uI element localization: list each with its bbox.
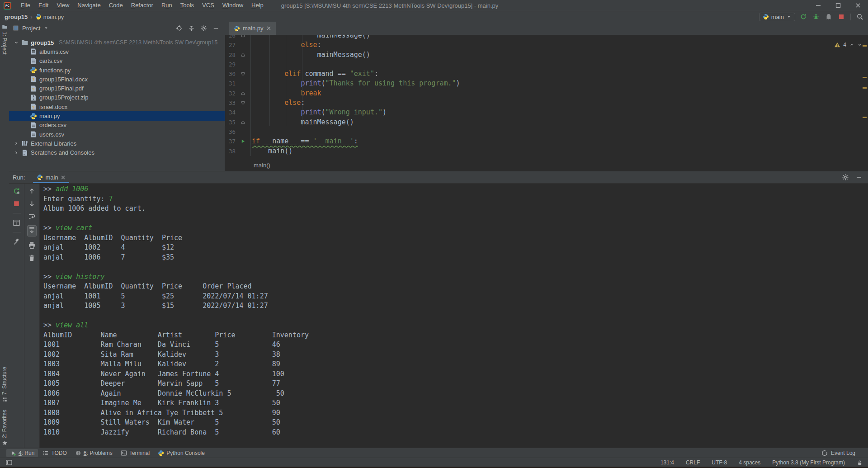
status-item[interactable]: 131:4: [660, 459, 674, 466]
stripe-button-2-favorites[interactable]: 2: Favorites: [1, 410, 8, 446]
menu-item-vcs[interactable]: VCS: [198, 0, 218, 11]
fold-marker-icon[interactable]: [236, 98, 250, 108]
code-area[interactable]: 26 mainMessage()27 else:28 mainMessage()…: [225, 35, 868, 159]
tree-node-external-libraries[interactable]: External Libraries: [9, 139, 225, 148]
debug-icon[interactable]: [812, 13, 820, 20]
toolwindow-button-terminal[interactable]: Terminal: [117, 449, 153, 457]
tree-item-israel.docx[interactable]: ?israel.docx: [9, 102, 225, 111]
status-item[interactable]: Python 3.8 (My First Program): [772, 459, 845, 466]
toolwindow-button-todo[interactable]: TODO: [39, 449, 70, 457]
gutter[interactable]: [236, 60, 250, 69]
run-configuration-select[interactable]: main: [759, 13, 795, 21]
minimize-window-icon[interactable]: [808, 0, 828, 11]
menu-item-navigate[interactable]: Navigate: [73, 0, 104, 11]
wrap-icon[interactable]: [28, 213, 36, 220]
tree-item-albums.csv[interactable]: albums.csv: [9, 47, 225, 56]
scrollend-icon[interactable]: [28, 226, 36, 234]
stripe-button-7-structure[interactable]: 7: Structure: [1, 367, 8, 402]
gutter[interactable]: [236, 40, 250, 50]
tree-item-group15Final.pdf[interactable]: ?group15Final.pdf: [9, 84, 225, 93]
tree-item-users.csv[interactable]: users.csv: [9, 130, 225, 139]
close-tab-icon[interactable]: [61, 175, 66, 180]
menu-item-file[interactable]: File: [17, 0, 34, 11]
gutter[interactable]: [236, 127, 250, 137]
close-tab-icon[interactable]: [266, 26, 271, 31]
tree-item-carts.csv[interactable]: carts.csv: [9, 57, 225, 66]
scroll-to-end-toggle[interactable]: [27, 225, 37, 236]
line-number[interactable]: 38: [225, 147, 236, 156]
collapse-icon[interactable]: [188, 25, 195, 32]
menu-item-help[interactable]: Help: [247, 0, 268, 11]
fold-marker-icon[interactable]: [236, 35, 250, 40]
search-icon[interactable]: [856, 13, 863, 20]
line-number[interactable]: 31: [225, 79, 236, 88]
close-window-icon[interactable]: [848, 0, 868, 11]
line-number[interactable]: 36: [225, 127, 236, 137]
menu-item-code[interactable]: Code: [105, 0, 127, 11]
menu-item-run[interactable]: Run: [157, 0, 176, 11]
status-item[interactable]: 4 spaces: [739, 459, 760, 466]
minimize-icon[interactable]: [212, 25, 219, 32]
layout-icon[interactable]: [13, 219, 20, 227]
hide-panel-icon[interactable]: [855, 174, 863, 181]
menu-item-view[interactable]: View: [52, 0, 73, 11]
line-number[interactable]: 33: [225, 98, 236, 108]
line-number[interactable]: 37: [225, 137, 236, 146]
menu-item-refactor[interactable]: Refactor: [127, 0, 157, 11]
line-number[interactable]: 35: [225, 118, 236, 127]
rerun2-icon[interactable]: [800, 13, 807, 20]
down-icon[interactable]: [28, 200, 36, 208]
line-number[interactable]: 34: [225, 108, 236, 117]
breadcrumb-file[interactable]: main.py: [43, 14, 64, 20]
gear-icon[interactable]: [842, 174, 849, 181]
line-number[interactable]: 29: [225, 60, 236, 69]
run-tab-main[interactable]: main: [33, 171, 69, 183]
toolwindow-button-python-console[interactable]: Python Console: [154, 449, 208, 457]
stop-icon[interactable]: [838, 13, 845, 20]
coverage-icon[interactable]: [825, 13, 832, 20]
pin-icon[interactable]: [13, 238, 20, 246]
gear-icon[interactable]: [200, 25, 207, 32]
previous-warning-icon[interactable]: [849, 42, 854, 47]
tree-item-orders.csv[interactable]: orders.csv: [9, 121, 225, 130]
fold-marker-icon[interactable]: [236, 89, 250, 98]
editor-tab-main-py[interactable]: main.py: [229, 22, 276, 35]
tree-node-scratches-and-consoles[interactable]: Scratches and Consoles: [9, 148, 225, 157]
toolwindow-button-4-run[interactable]: 4: Run: [6, 449, 38, 457]
stop-icon[interactable]: [13, 200, 20, 208]
tree-item-functions.py[interactable]: functions.py: [9, 66, 225, 75]
status-item[interactable]: CRLF: [686, 459, 700, 466]
fold-marker-icon[interactable]: [236, 69, 250, 79]
tree-root-group15[interactable]: group15S:\MSU\MSU 4th sem\CSE 2213 MethN…: [9, 38, 225, 47]
gutter[interactable]: [236, 79, 250, 88]
line-number[interactable]: 32: [225, 89, 236, 98]
scrollbar-warning-mark[interactable]: [863, 117, 867, 118]
tree-item-group15Final.docx[interactable]: ?group15Final.docx: [9, 75, 225, 84]
scrollbar-warning-mark[interactable]: [863, 45, 867, 47]
breadcrumb-project[interactable]: group15: [5, 14, 28, 20]
event-log-button[interactable]: Event Log: [821, 449, 855, 457]
scrollbar-warning-mark[interactable]: [863, 77, 867, 78]
editor-breadcrumb[interactable]: main(): [225, 159, 868, 171]
stripe-button-1-project[interactable]: 1: Project: [1, 24, 8, 55]
trash-icon[interactable]: [28, 254, 36, 262]
next-warning-icon[interactable]: [857, 42, 863, 47]
run-console[interactable]: >> add 1006Enter quantity: 7Album 1006 a…: [40, 184, 868, 448]
chevron-down-icon[interactable]: [43, 25, 49, 31]
up-icon[interactable]: [28, 187, 36, 195]
maximize-window-icon[interactable]: [828, 0, 848, 11]
line-number[interactable]: 26: [225, 35, 236, 40]
fold-marker-icon[interactable]: [236, 118, 250, 127]
toolwindow-button-6-problems[interactable]: 6: Problems: [71, 449, 116, 457]
lock-icon[interactable]: [857, 460, 863, 466]
line-number[interactable]: 27: [225, 40, 236, 50]
tree-item-group15Project.zip[interactable]: group15Project.zip: [9, 93, 225, 102]
fold-marker-icon[interactable]: [236, 50, 250, 60]
inspection-widget[interactable]: 4: [834, 42, 863, 48]
breadcrumb-function[interactable]: main(): [254, 162, 270, 169]
status-item[interactable]: UTF-8: [712, 459, 727, 466]
print-icon[interactable]: [28, 241, 36, 249]
locate-icon[interactable]: [176, 25, 183, 32]
project-panel-title[interactable]: Project: [22, 25, 40, 32]
run-line-icon[interactable]: [236, 137, 250, 146]
